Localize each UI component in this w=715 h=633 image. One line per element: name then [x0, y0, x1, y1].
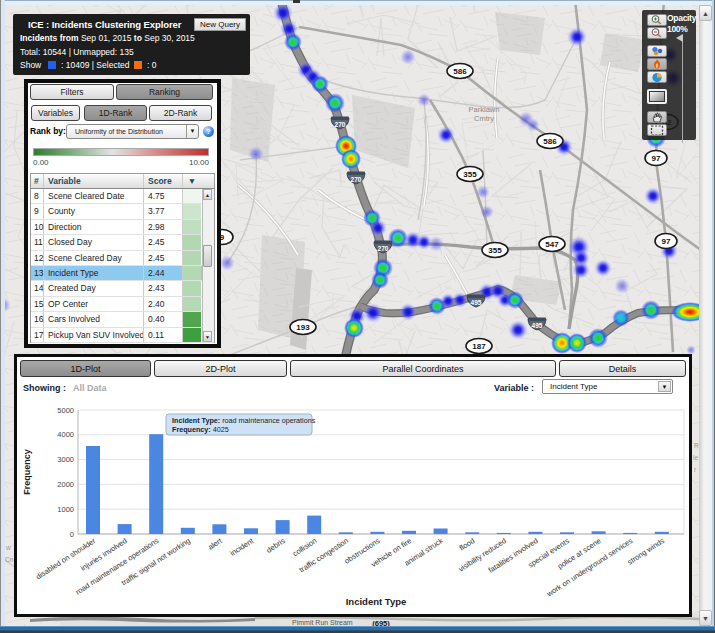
svg-text:2000: 2000 [57, 480, 74, 489]
svg-text:0: 0 [70, 530, 74, 539]
svg-text:495: 495 [532, 322, 543, 329]
svg-text:le: le [693, 454, 698, 461]
svg-text:debris: debris [265, 536, 287, 555]
svg-text:Cn: Cn [5, 556, 14, 563]
svg-text:flood: flood [458, 536, 477, 552]
svg-text:3000: 3000 [57, 455, 74, 464]
svg-text:Cmtry: Cmtry [474, 114, 494, 123]
svg-text:incident: incident [229, 536, 256, 558]
svg-text:586: 586 [453, 67, 467, 76]
svg-text:Pimmit Run Stream: Pimmit Run Stream [292, 619, 353, 626]
svg-text:355: 355 [463, 170, 477, 179]
svg-text:alert: alert [206, 536, 224, 552]
svg-text:193: 193 [296, 323, 310, 332]
svg-text:97: 97 [652, 154, 661, 163]
svg-text:5000: 5000 [57, 406, 74, 415]
svg-text:97: 97 [662, 237, 671, 246]
svg-text:4000: 4000 [57, 430, 74, 439]
svg-text:547: 547 [545, 240, 559, 249]
svg-text:270: 270 [351, 176, 362, 183]
svg-text:Incident Type: Incident Type [346, 596, 407, 607]
svg-text:Frequency: Frequency [22, 449, 32, 495]
svg-text:w: w [5, 544, 11, 551]
svg-text:187: 187 [472, 342, 486, 351]
svg-text:1000: 1000 [57, 505, 74, 514]
svg-text:355: 355 [488, 246, 502, 255]
svg-text:Incident Type: road maintenanc: Incident Type: road maintenance operatio… [172, 416, 316, 425]
svg-text:Parklawn: Parklawn [469, 105, 500, 114]
svg-text:495: 495 [471, 299, 482, 306]
svg-text:270: 270 [378, 245, 389, 252]
svg-text:collision: collision [291, 536, 318, 558]
svg-text:270: 270 [335, 121, 346, 128]
svg-text:Frequency: 4025: Frequency: 4025 [172, 425, 229, 434]
svg-text:586: 586 [543, 137, 557, 146]
